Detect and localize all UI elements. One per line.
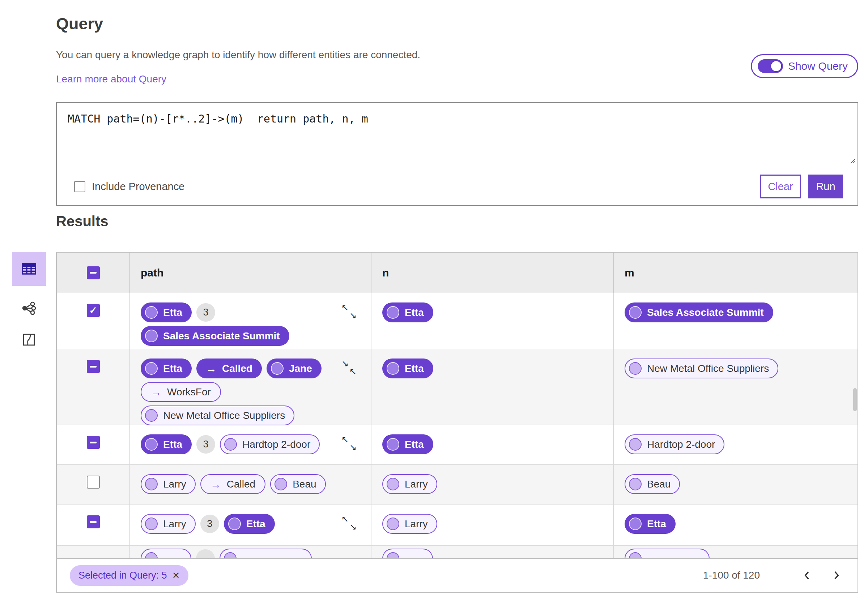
- pagination-label: 1-100 of 120: [703, 570, 760, 581]
- selected-in-query-chip[interactable]: Selected in Query: 5 ✕: [70, 565, 188, 586]
- expand-path-button[interactable]: ↖↘: [341, 303, 357, 320]
- node-pill[interactable]: Hardtop 2-door: [625, 435, 724, 454]
- close-icon[interactable]: ✕: [172, 570, 180, 581]
- node-icon: [387, 438, 399, 451]
- edge-arrow-icon: →: [206, 363, 217, 375]
- toggle-knob[interactable]: [770, 60, 782, 72]
- learn-more-link[interactable]: Learn more about Query: [56, 73, 167, 85]
- node-pill[interactable]: New Metal Office Suppliers: [141, 406, 294, 426]
- select-all-checkbox[interactable]: [87, 266, 100, 279]
- expand-path-button[interactable]: ↖↘: [341, 515, 357, 531]
- node-pill[interactable]: [625, 549, 710, 559]
- row-checkbox[interactable]: [87, 476, 100, 489]
- toggle-switch-icon[interactable]: [758, 59, 783, 73]
- node-icon: [145, 329, 158, 342]
- column-header-m[interactable]: m: [614, 253, 857, 293]
- checkbox-unchecked-icon[interactable]: [74, 181, 86, 192]
- node-pill[interactable]: Etta: [625, 514, 675, 534]
- node-pill[interactable]: Jane: [267, 358, 321, 378]
- arrow-se-icon: ↘: [349, 523, 357, 531]
- run-button[interactable]: Run: [808, 175, 843, 198]
- node-pill[interactable]: Etta: [141, 302, 192, 322]
- view-switcher-rail: [12, 252, 46, 349]
- node-icon: [224, 438, 237, 451]
- results-table: path n m ✓ Etta 3 Sales Associate Summit…: [56, 252, 858, 593]
- node-icon: [387, 517, 399, 530]
- node-pill[interactable]: New Metal Office Suppliers: [625, 358, 778, 378]
- map-view-button[interactable]: [21, 332, 37, 349]
- query-page: Query You can query a knowledge graph to…: [0, 0, 868, 601]
- page-title: Query: [56, 14, 103, 33]
- edge-pill[interactable]: →Called: [196, 358, 262, 378]
- show-query-toggle[interactable]: Show Query: [751, 54, 858, 78]
- expand-path-button[interactable]: ↖↘: [341, 435, 357, 452]
- graph-icon: [21, 300, 37, 316]
- arrow-se-icon: ↘: [349, 443, 357, 452]
- arrow-nw-icon: ↖: [341, 435, 348, 444]
- node-pill[interactable]: Larry: [382, 514, 437, 534]
- editor-controls: Include Provenance Clear Run: [57, 168, 857, 205]
- node-pill[interactable]: Larry: [382, 474, 437, 494]
- arrow-nw-icon: ↖: [349, 367, 357, 376]
- row-checkbox[interactable]: ✓: [87, 304, 100, 317]
- table-footer: Selected in Query: 5 ✕ 1-100 of 120: [57, 558, 857, 592]
- query-editor-panel: MATCH path=(n)-[r*..2]->(m) return path,…: [56, 102, 858, 206]
- clear-button[interactable]: Clear: [760, 175, 801, 198]
- row-checkbox[interactable]: [87, 360, 100, 373]
- count-badge: 3: [196, 435, 215, 453]
- node-icon: [387, 478, 399, 490]
- node-pill[interactable]: Beau: [625, 474, 680, 494]
- node-pill[interactable]: Etta: [382, 302, 433, 322]
- edge-arrow-icon: →: [211, 478, 222, 490]
- count-badge: [196, 549, 215, 559]
- results-title: Results: [56, 213, 108, 229]
- node-icon: [145, 409, 158, 422]
- chip-label: Selected in Query: 5: [78, 570, 167, 581]
- node-icon: [271, 362, 284, 375]
- row-checkbox[interactable]: [87, 516, 100, 528]
- include-provenance-checkbox[interactable]: Include Provenance: [74, 181, 185, 193]
- graph-view-button[interactable]: [21, 300, 37, 318]
- count-badge: 3: [200, 515, 219, 533]
- table-row: Larry 3 Etta ↖↘ Larry Etta: [57, 505, 857, 546]
- node-pill[interactable]: Larry: [141, 474, 196, 494]
- edge-pill[interactable]: →WorksFor: [141, 382, 221, 402]
- node-pill[interactable]: Sales Associate Summit: [141, 326, 289, 346]
- node-pill[interactable]: Sales Associate Summit: [625, 302, 773, 322]
- node-pill[interactable]: Hardtop 2-door: [220, 435, 320, 454]
- node-pill[interactable]: Larry: [141, 514, 196, 534]
- table-scrollbar-thumb[interactable]: [853, 388, 857, 411]
- node-icon: [629, 438, 642, 451]
- node-pill[interactable]: Etta: [382, 435, 433, 454]
- column-header-n[interactable]: n: [371, 253, 614, 293]
- table-header-row: path n m: [57, 253, 857, 293]
- node-icon: [145, 478, 158, 490]
- node-pill[interactable]: Etta: [224, 514, 275, 534]
- resize-handle-icon[interactable]: [849, 157, 856, 165]
- node-pill[interactable]: [220, 549, 312, 559]
- node-icon: [629, 306, 642, 319]
- node-pill[interactable]: Etta: [141, 435, 192, 454]
- chevron-right-icon: [833, 570, 840, 580]
- node-pill[interactable]: Etta: [382, 358, 433, 378]
- row-checkbox[interactable]: [87, 436, 100, 449]
- table-row: ✓ Etta 3 Sales Associate Summit ↖↘ Etta …: [57, 293, 857, 349]
- collapse-path-button[interactable]: ↘↖: [341, 359, 357, 376]
- node-pill[interactable]: Etta: [141, 358, 192, 378]
- edge-pill[interactable]: →Called: [200, 474, 266, 494]
- query-input[interactable]: MATCH path=(n)-[r*..2]->(m) return path,…: [57, 103, 857, 165]
- node-pill[interactable]: Beau: [270, 474, 326, 494]
- node-icon: [629, 362, 642, 375]
- table-row: [57, 546, 857, 559]
- previous-page-button[interactable]: [799, 567, 815, 583]
- arrow-se-icon: ↘: [341, 359, 348, 368]
- table-row: Etta 3 Hardtop 2-door ↖↘ Etta Hardtop 2-…: [57, 425, 857, 465]
- column-header-path[interactable]: path: [130, 253, 371, 293]
- chevron-left-icon: [803, 570, 811, 580]
- table-view-button[interactable]: [12, 252, 46, 286]
- check-icon: ✓: [89, 306, 97, 316]
- node-icon: [387, 362, 399, 375]
- node-pill[interactable]: [141, 549, 191, 559]
- node-pill[interactable]: [382, 549, 433, 559]
- next-page-button[interactable]: [828, 567, 845, 583]
